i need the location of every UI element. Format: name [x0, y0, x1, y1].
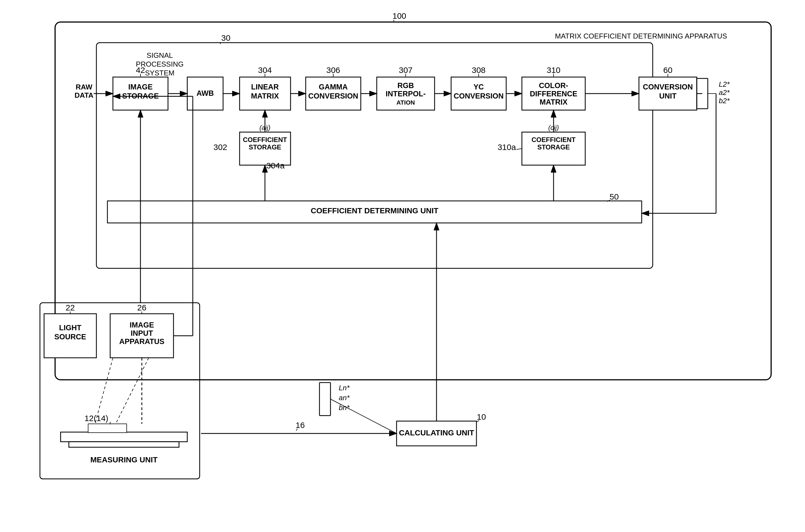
- ref-22: 22: [66, 303, 75, 312]
- yc-conv-label2: CONVERSION: [454, 92, 504, 100]
- ref-304: 304: [258, 65, 272, 75]
- color-diff-label: COLOR-: [539, 81, 568, 90]
- Lnstar: Ln*: [339, 384, 350, 392]
- L2star: L2*: [719, 80, 730, 88]
- anstar: an*: [339, 394, 350, 402]
- ref-310a: 310a: [498, 142, 516, 152]
- diagram-container: 100 MATRIX COEFFICIENT DETERMINING APPAR…: [0, 0, 805, 532]
- gamma-label2: CONVERSION: [308, 92, 358, 100]
- ref-50: 50: [609, 192, 619, 201]
- svg-rect-52: [69, 442, 179, 447]
- coeff-storage-304a-label2: STORAGE: [249, 144, 281, 151]
- ref-12-14: 12(14): [85, 414, 109, 423]
- image-input-label: IMAGE: [130, 321, 154, 329]
- coeff-storage-310a-label: COEFFICIENT: [532, 136, 575, 144]
- a2star: a2*: [719, 88, 730, 97]
- gamma-label: GAMMA: [319, 83, 348, 91]
- ref-60: 60: [663, 65, 672, 75]
- coeff-determining-label: COEFFICIENT DETERMINING UNIT: [311, 206, 438, 215]
- calculating-unit-label: CALCULATING UNIT: [399, 429, 474, 437]
- conversion-unit-label2: UNIT: [659, 92, 677, 100]
- bnstar: bn*: [339, 403, 350, 412]
- linear-matrix-label: LINEAR: [251, 83, 279, 91]
- b2star: b2*: [719, 97, 730, 105]
- ref-42: 42: [136, 65, 145, 75]
- yc-conv-label: YC: [473, 83, 484, 91]
- ref-308: 308: [472, 65, 486, 75]
- ref-306: 306: [326, 65, 340, 75]
- ref-26: 26: [137, 303, 146, 312]
- color-diff-label3: MATRIX: [539, 98, 568, 106]
- raw-data-label: RAW: [76, 83, 93, 91]
- rgb-interp-label3: ATION: [397, 99, 415, 106]
- signal-processing-label3: SYSTEM: [145, 69, 175, 77]
- ref-307: 307: [399, 65, 413, 75]
- rgb-interp-label2: INTERPOL-: [386, 90, 426, 98]
- image-input-label3: APPARATUS: [119, 337, 164, 346]
- color-diff-label2: DIFFERENCE: [530, 90, 578, 98]
- ref-16: 16: [295, 420, 305, 430]
- ref-30: 30: [221, 33, 230, 42]
- coeff-storage-304a-label: COEFFICIENT: [243, 136, 287, 144]
- linear-matrix-label2: MATRIX: [251, 92, 279, 100]
- svg-rect-53: [88, 424, 127, 433]
- conversion-unit-label: CONVERSION: [643, 83, 693, 91]
- ref-310: 310: [547, 65, 561, 75]
- coeff-storage-310a-label2: STORAGE: [537, 144, 570, 151]
- ref-302: 302: [214, 142, 227, 152]
- main-system-label: MATRIX COEFFICIENT DETERMINING APPARATUS: [555, 32, 727, 40]
- image-storage-label: IMAGE: [128, 83, 153, 91]
- image-input-label2: INPUT: [131, 329, 153, 337]
- raw-data-label2: DATA: [75, 91, 94, 99]
- measuring-unit-label: MEASURING UNIT: [90, 455, 158, 464]
- svg-rect-51: [60, 432, 187, 442]
- ref-10: 10: [477, 412, 486, 421]
- ref-100: 100: [392, 11, 406, 20]
- ref-304a: 304a: [266, 161, 285, 170]
- awb-label: AWB: [197, 89, 214, 97]
- light-source-label2: SOURCE: [54, 333, 86, 341]
- rgb-interp-label: RGB: [397, 81, 414, 90]
- light-source-label: LIGHT: [59, 324, 81, 332]
- signal-processing-label: SIGNAL: [147, 51, 173, 59]
